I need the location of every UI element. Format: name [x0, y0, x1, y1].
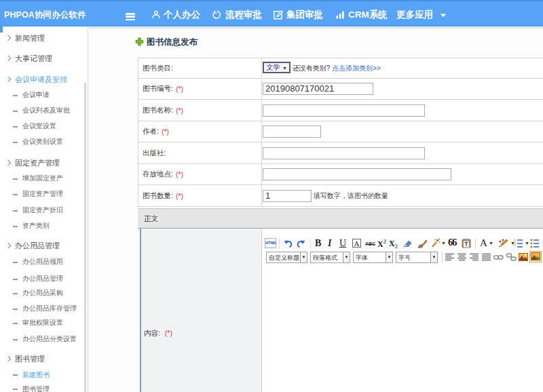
svg-text:2: 2	[514, 242, 516, 246]
